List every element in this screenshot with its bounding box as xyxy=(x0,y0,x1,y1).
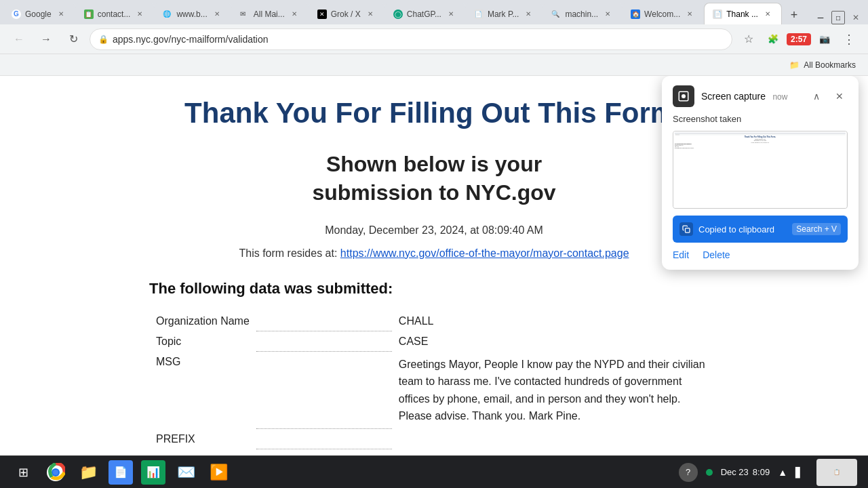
tab-close-contact[interactable]: ✕ xyxy=(134,9,145,20)
svg-rect-2 xyxy=(686,228,690,233)
taskbar-right: ? Dec 23 8:09 ▲ ▋ xyxy=(679,463,803,482)
copy-icon xyxy=(679,222,693,236)
tab-gmail[interactable]: ✉ All Mai... ✕ xyxy=(231,3,309,24)
taskbar-chrome-icon[interactable] xyxy=(43,460,68,485)
form-link[interactable]: https://www.nyc.gov/office-of-the-mayor/… xyxy=(340,247,629,259)
toolbar-right: ☆ 🧩 2:57 📷 ⋮ xyxy=(738,28,860,50)
folder-icon: 📁 xyxy=(789,60,800,70)
popup-actions: Edit Delete xyxy=(673,249,848,260)
time-display: Dec 23 8:09 xyxy=(721,467,770,477)
wifi-icon: ▲ xyxy=(778,467,787,478)
capture-app-icon xyxy=(673,85,694,107)
edit-button[interactable]: Edit xyxy=(673,249,689,260)
minimize-button[interactable]: ─ xyxy=(814,11,827,24)
tab-contact[interactable]: 📋 contact... ✕ xyxy=(75,3,155,24)
field-value-org: CHALL xyxy=(392,311,719,331)
field-label-msg: MSG xyxy=(149,352,256,429)
field-value-prefix xyxy=(392,429,719,449)
tab-thank[interactable]: 📄 Thank ... ✕ xyxy=(704,3,782,24)
tab-close-machine[interactable]: ✕ xyxy=(602,9,613,20)
reload-button[interactable]: ↻ xyxy=(62,28,84,50)
popup-screenshot-label: Screenshot taken xyxy=(673,114,848,124)
delete-button[interactable]: Delete xyxy=(703,249,730,260)
field-dotted-org xyxy=(256,311,392,331)
popup-thumbnail: Thank You For Filling Out This Form. Sho… xyxy=(673,131,848,209)
menu-button[interactable]: ⋮ xyxy=(838,28,860,50)
copy-text: Copied to clipboard xyxy=(698,224,787,235)
taskbar-sheets-icon[interactable]: 📊 xyxy=(141,460,165,485)
close-button[interactable]: ✕ xyxy=(849,11,863,24)
lock-icon: 🔒 xyxy=(98,35,108,44)
tab-bar: G Google ✕ 📋 contact... ✕ 🌐 www.b... ✕ ✉… xyxy=(0,0,868,24)
recent-screenshot-thumbnail[interactable]: 📋 xyxy=(816,459,857,486)
tab-close-thank[interactable]: ✕ xyxy=(762,9,773,20)
tab-markp[interactable]: 📄 Mark P... ✕ xyxy=(465,3,542,24)
table-row: MSG Greetings Mayor, People I know pay t… xyxy=(149,352,719,429)
svg-point-1 xyxy=(682,94,686,98)
taskbar-gmail-icon[interactable]: ✉️ xyxy=(174,460,198,485)
submitted-data-table: Organization Name CHALL Topic CASE MSG G… xyxy=(149,311,719,450)
taskbar-files-icon[interactable]: 📁 xyxy=(76,460,100,485)
field-label-prefix: PREFIX xyxy=(149,429,256,449)
back-button[interactable]: ← xyxy=(8,28,30,50)
popup-close-button[interactable]: ✕ xyxy=(831,88,848,104)
submitted-section-title: The following data was submitted: xyxy=(149,280,719,298)
field-dotted-topic xyxy=(256,331,392,352)
tab-www[interactable]: 🌐 www.b... ✕ xyxy=(154,3,231,24)
extensions-button[interactable]: 🧩 xyxy=(762,28,784,50)
search-shortcut: Search + V xyxy=(792,223,841,235)
bitwarden-icon[interactable]: 2:57 xyxy=(787,33,811,45)
table-row: Organization Name CHALL xyxy=(149,311,719,331)
field-label-org: Organization Name xyxy=(149,311,256,331)
maximize-button[interactable]: □ xyxy=(831,11,845,24)
popup-title-area: Screen capture now xyxy=(701,90,802,102)
tab-google[interactable]: G Google ✕ xyxy=(3,3,75,24)
screen-capture-popup: Screen capture now ∧ ✕ Screenshot taken … xyxy=(662,76,859,270)
toolbar: ← → ↻ 🔒 apps.nyc.gov/nyc-mailform/valida… xyxy=(0,24,868,54)
all-bookmarks[interactable]: 📁 All Bookmarks xyxy=(785,59,860,71)
tab-welcome[interactable]: 🏠 Welcom... ✕ xyxy=(622,3,704,24)
tab-close-chatgpt[interactable]: ✕ xyxy=(446,9,456,20)
field-dotted-msg xyxy=(256,352,392,429)
tab-close-welcome[interactable]: ✕ xyxy=(684,9,695,20)
popup-app-name: Screen capture now xyxy=(701,90,802,102)
field-label-topic: Topic xyxy=(149,331,256,352)
taskbar-docs-icon[interactable]: 📄 xyxy=(108,460,133,485)
bookmark-star-button[interactable]: ☆ xyxy=(738,28,760,50)
status-indicator xyxy=(706,469,713,476)
tab-close-google[interactable]: ✕ xyxy=(56,9,66,20)
tab-close-www[interactable]: ✕ xyxy=(212,9,222,20)
field-dotted-prefix xyxy=(256,429,392,449)
tab-machine[interactable]: 🔍 machin... ✕ xyxy=(542,3,622,24)
tab-grok[interactable]: ✕ Grok / X ✕ xyxy=(309,3,384,24)
url-text: apps.nyc.gov/nyc-mailform/validation xyxy=(113,34,724,45)
submission-timestamp: Monday, December 23, 2024, at 08:09:40 A… xyxy=(149,224,719,237)
tab-close-grok[interactable]: ✕ xyxy=(365,9,376,20)
table-row: PREFIX xyxy=(149,429,719,449)
popup-copy-bar[interactable]: Copied to clipboard Search + V xyxy=(673,216,848,243)
table-row: Topic CASE xyxy=(149,331,719,352)
content-area: Thank You For Filling Out This Form. Sho… xyxy=(0,76,868,455)
screenshot-button[interactable]: 📷 xyxy=(814,28,835,50)
popup-header: Screen capture now ∧ ✕ xyxy=(673,85,848,107)
field-value-topic: CASE xyxy=(392,331,719,352)
battery-icon: ▋ xyxy=(795,467,803,478)
new-tab-button[interactable]: + xyxy=(785,5,804,24)
taskbar-system-icon[interactable]: ⊞ xyxy=(11,460,35,485)
form-link-text: This form resides at: https://www.nyc.go… xyxy=(149,247,719,260)
taskbar: ⊞ 📁 📄 📊 ✉️ ▶️ ? xyxy=(0,455,868,488)
field-value-msg: Greetings Mayor, People I know pay the N… xyxy=(392,352,719,429)
tab-close-gmail[interactable]: ✕ xyxy=(289,9,300,20)
bookmark-bar: 📁 All Bookmarks xyxy=(0,54,868,76)
subtitle: Shown below is your submission to NYC.go… xyxy=(149,150,719,207)
popup-collapse-button[interactable]: ∧ xyxy=(808,88,825,104)
taskbar-youtube-icon[interactable]: ▶️ xyxy=(206,460,231,485)
main-title: Thank You For Filling Out This Form. xyxy=(149,96,719,130)
tab-chatgpt[interactable]: ◯ ChatGP... ✕ xyxy=(384,3,465,24)
help-button[interactable]: ? xyxy=(679,463,698,482)
forward-button[interactable]: → xyxy=(35,28,57,50)
tab-close-markp[interactable]: ✕ xyxy=(523,9,534,20)
svg-point-5 xyxy=(53,470,58,475)
address-bar[interactable]: 🔒 apps.nyc.gov/nyc-mailform/validation xyxy=(90,28,732,50)
